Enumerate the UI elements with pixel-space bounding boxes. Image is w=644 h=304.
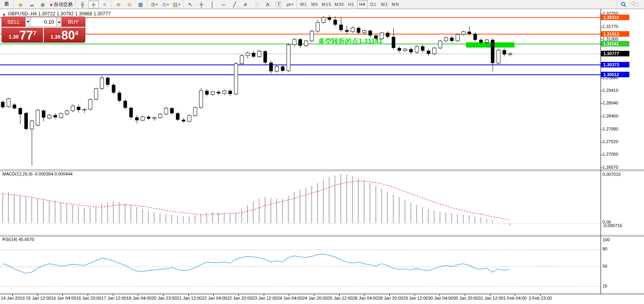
mt4-window: { "toolbar": { "new_order_label": "单", "… <box>0 0 644 304</box>
periods-icon-caret[interactable]: ▾ <box>167 3 169 6</box>
timeframe-m1[interactable]: M1 <box>299 0 309 8</box>
time-axis-label: 29 Jan 12:00 <box>403 296 428 300</box>
cursor-icon[interactable]: ↖ <box>185 0 195 8</box>
time-axis-label: 25 Jan 12:00 <box>328 296 353 300</box>
signal-icon[interactable]: ◉ <box>38 0 48 8</box>
text-label-icon[interactable]: T <box>274 0 284 8</box>
candlestick-chart-icon[interactable]: ╪ <box>88 0 99 8</box>
price-tick-label: 1.29410 <box>603 88 618 93</box>
gold-icon[interactable]: ◆ <box>15 0 26 8</box>
toolbar-right-group <box>616 0 644 9</box>
zoom-in-icon[interactable]: ⊕ <box>113 0 124 8</box>
buy-price-button[interactable]: 1.30 80 4 <box>44 28 85 42</box>
sell-price-button[interactable]: 1.30 77 7 <box>2 28 44 42</box>
tile-windows-icon[interactable]: ▦ <box>135 0 146 8</box>
time-axis-label: 24 Jan 20:00 <box>302 296 328 300</box>
price-tick-label: 1.27050 <box>603 152 618 157</box>
volume-input[interactable] <box>30 17 56 27</box>
vertical-line-icon[interactable]: │ <box>207 0 218 8</box>
templates-icon[interactable]: ▤▾ <box>171 0 182 8</box>
time-axis-label: 1 Feb 04:00 <box>503 296 527 300</box>
rsi-axis-label: 80 <box>603 246 607 251</box>
sell-button[interactable]: SELL <box>2 17 25 27</box>
terminal-icon[interactable]: ☁ <box>26 0 37 8</box>
timeframe-h4[interactable]: H4 <box>357 0 368 8</box>
time-axis-label: 16 Jan 20:00 <box>76 296 101 300</box>
one-click-trading-panel: SELL BUY 1.30 77 7 1.30 80 4 <box>2 17 85 43</box>
time-axis-label: 3 Feb 23:00 <box>529 296 552 300</box>
line-chart-icon[interactable]: ≈ <box>100 0 110 8</box>
search-icon[interactable] <box>618 0 629 8</box>
time-axis-label: 30 Jan 04:00 <box>428 296 453 300</box>
grid-icon[interactable]: ░ <box>252 0 262 8</box>
collapse-panel-icon[interactable]: ▲ <box>2 12 6 16</box>
rsi-axis-label: 15 <box>603 283 607 288</box>
time-axis-label: 18 Jan 04:00 <box>126 296 152 300</box>
buy-price-main: 80 <box>61 30 75 41</box>
price-tick-label: 1.27520 <box>603 139 618 144</box>
price-badge-1.31141: 1.31141 <box>601 41 629 47</box>
time-axis-label: 22 Jan 20:00 <box>227 296 252 300</box>
time-axis-label: 23 Jan 12:00 <box>252 296 278 300</box>
sell-price-prefix: 1.30 <box>9 34 19 40</box>
price-badge-1.31513: 1.31513 <box>601 31 629 37</box>
price-tick-label: 1.28940 <box>603 101 618 105</box>
templates-icon-caret[interactable]: ▾ <box>178 3 180 6</box>
time-axis-label: 24 Jan 04:00 <box>277 296 302 300</box>
time-axis-label: 14 Jan 2019 <box>1 296 25 300</box>
indicators-icon-caret[interactable]: ▾ <box>156 3 158 6</box>
periods-icon[interactable]: ⊙▾ <box>160 0 171 8</box>
ohlc-text: GBPUSD-,H4 1.30722 1.30782 1.30668 1.307… <box>8 11 111 17</box>
fibonacci-icon[interactable]: ≡ <box>240 0 251 8</box>
symbol-header: ▲GBPUSD-,H4 1.30722 1.30782 1.30668 1.30… <box>2 11 111 17</box>
timeframe-d1[interactable]: D1 <box>368 0 379 8</box>
time-axis-label: 31 Jan 12:00 <box>479 296 504 300</box>
rsi-axis-label: 100 <box>603 237 610 242</box>
autotrading-label: 自动交易 <box>54 1 73 8</box>
time-axis-label: 16 Jan 04:00 <box>51 296 76 300</box>
main-toolbar: 单◆☁◉●自动交易╫╪≈⊕⊖▦⊞▾⊙▾▤▾↖┼│─╱≡░AT⇄▾M1M5M15M… <box>0 0 644 9</box>
indicators-icon[interactable]: ⊞▾ <box>149 0 160 8</box>
toolbar-group-5: ↖┼│─╱≡░AT⇄▾ <box>183 0 297 9</box>
timeframe-m5[interactable]: M5 <box>310 0 320 8</box>
bar-chart-icon[interactable]: ╫ <box>77 0 88 8</box>
price-badge-1.30777: 1.30777 <box>601 51 629 56</box>
timeframe-mn[interactable]: MN <box>391 0 401 8</box>
timeframe-m15[interactable]: M15 <box>321 0 332 8</box>
toolbar-group-0: 单 <box>0 0 13 9</box>
crosshair-icon[interactable]: ┼ <box>196 0 207 8</box>
arrows-icon[interactable]: ⇄▾ <box>285 0 295 8</box>
timeframe-h1[interactable]: H1 <box>346 0 357 8</box>
toolbar-group-2: ╫╪≈ <box>75 0 111 9</box>
price-badge-1.30012: 1.30012 <box>601 72 629 77</box>
macd-axis-label: -0.000715 <box>603 223 622 228</box>
autotrading-button[interactable]: ●自动交易 <box>49 0 74 8</box>
volume-decrease-button[interactable] <box>25 17 30 27</box>
time-axis-label: 20 Jan 23:00 <box>152 296 177 300</box>
time-axis-label: 15 Jan 12:00 <box>26 296 51 300</box>
new-order-button[interactable]: 单 <box>2 0 12 8</box>
toolbar-group-4: ⊞▾⊙▾▤▾ <box>147 0 183 9</box>
horizontal-line-icon[interactable]: ─ <box>218 0 229 8</box>
arrows-icon-caret[interactable]: ▾ <box>291 3 293 6</box>
text-icon[interactable]: A <box>263 0 273 8</box>
time-axis-label: 17 Jan 12:00 <box>101 296 127 300</box>
zoom-out-icon[interactable]: ⊖ <box>124 0 135 8</box>
time-axis-label: 22 Jan 04:00 <box>202 296 227 300</box>
price-tick-label: 1.27990 <box>603 127 618 131</box>
timeframe-m30[interactable]: M30 <box>333 0 345 8</box>
price-badge-1.30373: 1.30373 <box>601 62 629 67</box>
macd-axis-label: 0.007015 <box>603 172 621 177</box>
time-axis-label: 28 Jan 04:00 <box>353 296 378 300</box>
toolbar-group-1: ◆☁◉●自动交易 <box>13 0 75 9</box>
buy-button[interactable]: BUY <box>62 17 85 27</box>
trendline-icon[interactable]: ╱ <box>229 0 240 8</box>
timeframe-group: M1M5M15M30H1H4D1W1MN <box>297 0 402 9</box>
timeframe-w1[interactable]: W1 <box>379 0 390 8</box>
rsi-axis-label: 50 <box>603 264 607 269</box>
chat-icon[interactable] <box>629 0 640 8</box>
volume-increase-button[interactable] <box>56 17 62 27</box>
macd-indicator-label: MACD(12,26,9) -0.000364 0.000444 <box>2 172 73 176</box>
time-axis-label: 21 Jan 12:00 <box>177 296 202 300</box>
sell-price-main: 77 <box>19 30 33 41</box>
